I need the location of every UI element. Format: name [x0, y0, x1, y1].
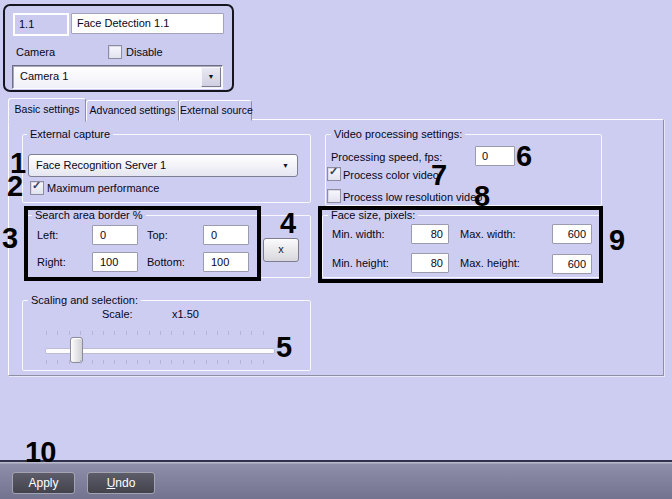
- min-height-input[interactable]: [411, 253, 449, 273]
- check-icon: ✓: [329, 165, 338, 178]
- annotation-3: 3: [2, 224, 17, 253]
- annotation-10: 10: [25, 438, 55, 467]
- min-height-label: Min. height:: [332, 257, 389, 269]
- left-label: Left:: [37, 229, 58, 241]
- process-color-checkbox[interactable]: ✓: [327, 167, 341, 181]
- tab-external-source[interactable]: External source: [179, 100, 252, 121]
- bottom-input[interactable]: [203, 252, 249, 272]
- annotation-9: 9: [609, 226, 624, 255]
- right-input[interactable]: [92, 252, 138, 272]
- undo-button[interactable]: Undo: [87, 472, 155, 494]
- server-select[interactable]: Face Recognition Server 1 ▼: [28, 154, 298, 177]
- object-id-field[interactable]: 1.1: [13, 13, 69, 36]
- annotation-2: 2: [7, 172, 22, 201]
- slider-ticks-top: [46, 331, 272, 335]
- process-lowres-label: Process low resolution video: [343, 191, 482, 203]
- process-lowres-checkbox[interactable]: [327, 189, 341, 203]
- annotation-7: 7: [431, 161, 446, 190]
- disable-checkbox[interactable]: [108, 45, 122, 59]
- reset-area-button[interactable]: x: [263, 238, 299, 262]
- undo-button-accelerator: U: [107, 476, 116, 490]
- disable-checkbox-label: Disable: [126, 46, 163, 58]
- min-width-label: Min. width:: [332, 228, 385, 240]
- min-width-input[interactable]: [411, 224, 449, 244]
- search-area-title: Search area border %: [32, 209, 146, 221]
- dropdown-arrow-icon: ▼: [208, 73, 215, 80]
- footer-bar: Apply Undo: [0, 460, 672, 499]
- annotation-4: 4: [280, 209, 295, 238]
- max-height-input[interactable]: [552, 254, 592, 274]
- apply-button[interactable]: Apply: [12, 472, 75, 494]
- camera-label: Camera: [16, 46, 55, 58]
- scale-label: Scale:: [102, 308, 133, 320]
- config-panel: 1.1 Face Detection 1.1 Camera Disable Ca…: [3, 4, 234, 92]
- top-input[interactable]: [203, 225, 249, 245]
- check-icon: ✓: [32, 179, 41, 192]
- right-label: Right:: [37, 256, 66, 268]
- scaling-title: Scaling and selection:: [28, 294, 141, 306]
- max-width-label: Max. width:: [460, 228, 516, 240]
- undo-button-label-rest: ndo: [115, 476, 135, 490]
- max-performance-checkbox[interactable]: ✓: [30, 181, 44, 195]
- face-detection-settings-window: { "panel": { "id_value": "1.1", "name_va…: [0, 0, 672, 499]
- max-width-input[interactable]: [552, 224, 592, 244]
- max-performance-label: Maximum performance: [47, 182, 159, 194]
- dropdown-arrow-icon: ▼: [282, 162, 289, 169]
- tab-basic-settings[interactable]: Basic settings: [8, 98, 86, 122]
- server-select-value: Face Recognition Server 1: [36, 159, 166, 171]
- processing-speed-input[interactable]: [475, 146, 515, 166]
- top-label: Top:: [147, 229, 168, 241]
- camera-dropdown-button[interactable]: ▼: [201, 67, 221, 87]
- bottom-label: Bottom:: [147, 256, 185, 268]
- process-color-label: Process color video: [343, 169, 439, 181]
- max-height-label: Max. height:: [460, 257, 520, 269]
- scale-value: x1.50: [172, 308, 199, 320]
- processing-speed-label: Processing speed, fps:: [331, 151, 442, 163]
- annotation-6: 6: [516, 142, 531, 171]
- camera-select[interactable]: Camera 1 ▼: [12, 65, 223, 89]
- left-input[interactable]: [92, 225, 138, 245]
- camera-select-value: Camera 1: [20, 70, 68, 82]
- object-name-field[interactable]: Face Detection 1.1: [71, 13, 224, 34]
- annotation-5: 5: [276, 333, 291, 362]
- tab-advanced-settings[interactable]: Advanced settings: [86, 100, 179, 121]
- face-size-title: Face size, pixels:: [328, 209, 418, 221]
- slider-ticks-bottom: [46, 360, 272, 364]
- video-processing-title: Video processing settings:: [331, 128, 465, 140]
- annotation-8: 8: [474, 182, 489, 211]
- external-capture-title: External capture: [27, 128, 113, 140]
